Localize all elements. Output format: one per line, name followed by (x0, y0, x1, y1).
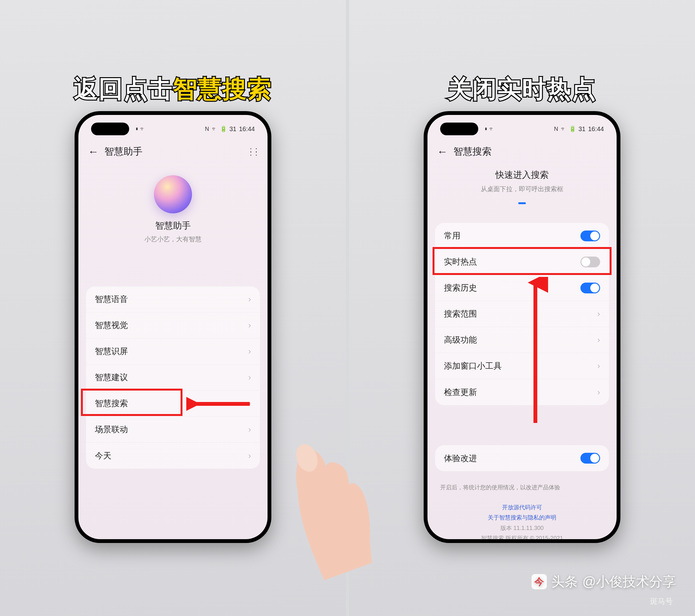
toggle-realtime-hotspot[interactable] (580, 256, 600, 267)
chevron-right-icon: › (248, 320, 251, 330)
row-label: 搜索范围 (444, 308, 477, 319)
header-title: 智慧助手 (104, 145, 142, 158)
row-label: 今天 (95, 450, 112, 461)
copyright-text: 智慧搜索 版权所有 © 2015-2021 (427, 533, 616, 539)
row-label: 搜索历史 (444, 282, 477, 294)
settings-card: 智慧语音 › 智慧视觉 › 智慧识屏 › 智慧建议 › 智慧搜索 › (86, 286, 260, 469)
row-add-widget[interactable]: 添加窗口小工具 › (435, 353, 609, 379)
nfc-icon: N (554, 126, 558, 132)
battery-pct: 31 (230, 126, 236, 133)
row-check-update[interactable]: 检查更新 › (435, 379, 609, 405)
row-scene-link[interactable]: 场景联动 › (86, 417, 260, 443)
screen-right: ▮ ᯤ N ᯤ 🔋 31 16:44 ← 智慧搜索 快速进入搜索 从桌面下拉，即… (427, 115, 616, 539)
page-indicator (427, 202, 616, 204)
hero-subtitle: 小艺小艺，大有智慧 (79, 235, 268, 244)
arrow-left-icon (186, 394, 256, 413)
assistant-hero: 智慧助手 小艺小艺，大有智慧 (79, 175, 268, 244)
footer-links: 开放源代码许可 关于智慧搜索与隐私的声明 版本 11.1.11.300 智慧搜索… (427, 502, 616, 539)
phone-right: ▮ ᯤ N ᯤ 🔋 31 16:44 ← 智慧搜索 快速进入搜索 从桌面下拉，即… (424, 111, 621, 543)
row-improve[interactable]: 体验改进 (435, 445, 609, 471)
assistant-orb-icon (154, 175, 192, 213)
row-frequent[interactable]: 常用 (435, 223, 609, 249)
version-text: 版本 11.1.11.300 (427, 523, 616, 533)
more-icon[interactable]: : :: : (250, 148, 258, 155)
watermark-toutiao: 今 头条 @小俊技术分享 (531, 573, 676, 590)
camera-cutout (440, 122, 478, 135)
row-label: 高级功能 (444, 334, 477, 346)
row-search-history[interactable]: 搜索历史 (435, 275, 609, 301)
link-privacy[interactable]: 关于智慧搜索与隐私的声明 (427, 513, 616, 523)
clock: 16:44 (239, 126, 255, 133)
toutiao-logo-icon: 今 (531, 574, 547, 589)
row-label: 智慧语音 (95, 294, 128, 305)
row-label: 检查更新 (444, 387, 477, 398)
hero-title: 快速进入搜索 (427, 169, 616, 181)
caption-right: 关闭实时热点 (448, 73, 596, 106)
status-left-icons: ▮ ᯤ (485, 126, 495, 132)
chevron-right-icon: › (597, 335, 600, 345)
chevron-right-icon: › (248, 294, 251, 304)
caption-left-white: 返回点击 (74, 75, 173, 102)
chevron-right-icon: › (597, 361, 600, 371)
row-label: 常用 (444, 230, 460, 241)
link-open-source[interactable]: 开放源代码许可 (427, 502, 616, 513)
improve-card: 体验改进 (435, 445, 609, 471)
row-voice[interactable]: 智慧语音 › (86, 286, 260, 313)
row-suggest[interactable]: 智慧建议 › (86, 365, 260, 390)
chevron-right-icon: › (248, 424, 251, 434)
phone-left: ▮ ᯤ N ᯤ 🔋 31 16:44 ← 智慧助手 : :: : 智慧助手 小艺… (74, 111, 271, 543)
caption-left: 返回点击智慧搜索 (74, 73, 272, 106)
row-label: 实时热点 (444, 256, 477, 267)
hero-title: 智慧助手 (79, 220, 268, 232)
row-label: 智慧搜索 (95, 398, 128, 409)
caption-left-yellow: 智慧搜索 (173, 75, 272, 102)
watermark-banma: 斑马号 (650, 596, 673, 606)
row-screen-recog[interactable]: 智慧识屏 › (86, 338, 260, 365)
chevron-right-icon: › (597, 387, 600, 397)
arrow-up-icon (523, 277, 548, 426)
screen-left: ▮ ᯤ N ᯤ 🔋 31 16:44 ← 智慧助手 : :: : 智慧助手 小艺… (79, 115, 268, 539)
row-vision[interactable]: 智慧视觉 › (86, 313, 260, 338)
battery-icon: 🔋 (569, 126, 576, 132)
header-title: 智慧搜索 (454, 145, 492, 158)
row-today[interactable]: 今天 › (86, 443, 260, 469)
wm-handle: @小俊技术分享 (582, 573, 676, 590)
hero-subtitle: 从桌面下拉，即可呼出搜索框 (427, 185, 616, 194)
app-header: ← 智慧搜索 (427, 140, 616, 163)
row-label: 智慧建议 (95, 372, 128, 383)
chevron-right-icon: › (597, 309, 600, 319)
status-left-icons: ▮ ᯤ (136, 126, 146, 132)
row-search-scope[interactable]: 搜索范围 › (435, 301, 609, 327)
row-label: 添加窗口小工具 (444, 361, 502, 371)
app-header: ← 智慧助手 : :: : (79, 140, 268, 163)
toggle-frequent[interactable] (580, 231, 600, 241)
back-icon[interactable]: ← (437, 146, 448, 158)
nfc-icon: N (205, 126, 209, 132)
left-panel: 返回点击智慧搜索 ▮ ᯤ N ᯤ 🔋 31 16:44 ← 智慧助手 : (0, 0, 346, 616)
camera-cutout (91, 122, 129, 135)
row-label: 智慧识屏 (95, 346, 128, 357)
toggle-improve[interactable] (580, 453, 600, 464)
back-icon[interactable]: ← (88, 146, 99, 158)
improve-note: 开启后，将统计您的使用情况，以改进产品体验 (440, 483, 604, 492)
battery-icon: 🔋 (220, 126, 227, 132)
search-hero: 快速进入搜索 从桌面下拉，即可呼出搜索框 (427, 169, 616, 204)
clock: 16:44 (588, 126, 604, 133)
row-label: 智慧视觉 (95, 320, 128, 331)
row-realtime-hotspot[interactable]: 实时热点 (435, 249, 609, 275)
right-panel: 关闭实时热点 ▮ ᯤ N ᯤ 🔋 31 16:44 ← 智慧搜索 (349, 0, 695, 616)
wifi-icon: ᯤ (212, 126, 217, 132)
chevron-right-icon: › (248, 346, 251, 356)
row-advanced[interactable]: 高级功能 › (435, 327, 609, 353)
wm-prefix: 头条 (551, 573, 578, 590)
caption-right-text: 关闭实时热点 (448, 75, 596, 102)
toggle-search-history[interactable] (580, 283, 600, 294)
row-label: 场景联动 (95, 424, 128, 435)
wifi-icon: ᯤ (561, 126, 566, 132)
toggles-card: 常用 实时热点 搜索历史 搜索范围 › 高级功能 › (435, 223, 609, 405)
row-label: 体验改进 (444, 453, 477, 464)
battery-pct: 31 (578, 126, 586, 133)
chevron-right-icon: › (248, 372, 251, 382)
